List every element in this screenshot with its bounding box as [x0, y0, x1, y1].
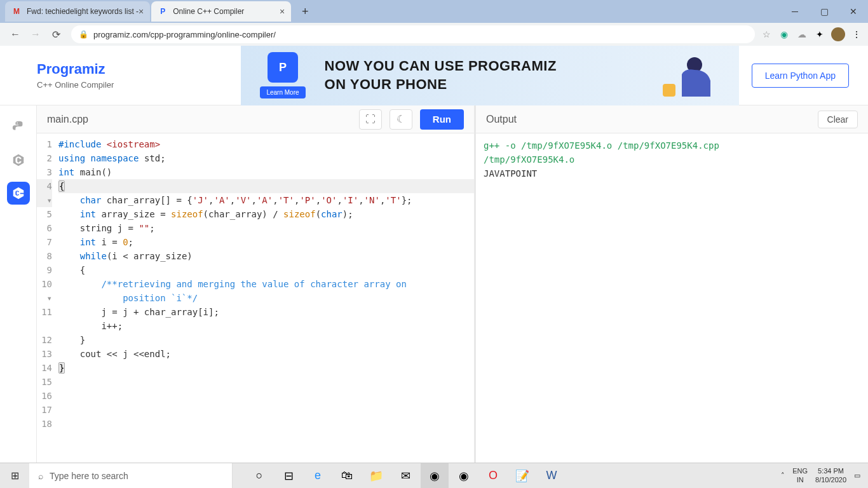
output-content: g++ -o /tmp/9fXO7E95K4.o /tmp/9fXO7E95K4…	[476, 133, 868, 465]
output-cmd-2: /tmp/9fXO7E95K4.o	[484, 152, 860, 166]
banner-headline: NOW YOU CAN USE PROGRAMIZ ON YOUR PHONE	[325, 57, 557, 93]
dark-mode-button[interactable]: ☾	[390, 109, 412, 130]
code-editor[interactable]: 1234 ▾5678910 ▾11 12131415161718 #includ…	[37, 133, 474, 465]
svg-rect-1	[663, 84, 675, 97]
reload-button[interactable]: ⟳	[46, 24, 66, 44]
close-window-button[interactable]: ✕	[839, 1, 868, 22]
lock-icon: 🔒	[79, 30, 88, 39]
back-button[interactable]: ←	[5, 24, 25, 44]
editor-panel: main.cpp ⛶ ☾ Run 1234 ▾5678910 ▾11 12131…	[37, 105, 474, 465]
language-indicator[interactable]: ENG IN	[792, 467, 808, 484]
menu-button[interactable]: ⋮	[850, 28, 863, 41]
site-header: Programiz C++ Online Compiler P Learn Mo…	[0, 46, 868, 105]
action-center-icon[interactable]: ▭	[854, 471, 860, 480]
ie-icon[interactable]: e	[304, 463, 332, 489]
sidebar-c[interactable]	[7, 149, 30, 172]
sidebar-cpp[interactable]	[7, 182, 30, 205]
search-placeholder: Type here to search	[50, 471, 128, 481]
tray-chevron-icon[interactable]: ˄	[781, 471, 785, 480]
logo-subtitle: C++ Online Compiler	[37, 80, 114, 90]
tab-title: Online C++ Compiler	[173, 7, 244, 16]
taskbar-search[interactable]: ⌕ Type here to search	[29, 463, 233, 489]
search-icon: ⌕	[38, 471, 43, 481]
gmail-icon: M	[11, 6, 22, 17]
start-button[interactable]: ⊞	[0, 463, 29, 489]
output-panel: Output Clear g++ -o /tmp/9fXO7E95K4.o /t…	[474, 105, 868, 465]
banner-illustration	[650, 52, 726, 103]
chrome-icon[interactable]: ◉	[421, 463, 449, 489]
forward-button[interactable]: →	[25, 24, 46, 44]
browser-tab-strip: M Fwd: techiedelight keywords list - × P…	[0, 0, 868, 23]
output-header: Output Clear	[476, 105, 868, 133]
address-bar[interactable]: 🔒 programiz.com/cpp-programming/online-c…	[71, 25, 755, 43]
minimize-button[interactable]: ─	[780, 1, 810, 22]
clock[interactable]: 5:34 PM 8/10/2020	[815, 467, 846, 484]
store-icon[interactable]: 🛍	[333, 463, 361, 489]
star-icon[interactable]: ☆	[760, 28, 773, 41]
output-result: JAVATPOINT	[484, 166, 860, 180]
learn-python-button[interactable]: Learn Python App	[752, 64, 849, 88]
explorer-icon[interactable]: 📁	[362, 463, 390, 489]
clear-button[interactable]: Clear	[818, 111, 858, 128]
programiz-icon: P	[158, 6, 168, 17]
windows-taskbar: ⊞ ⌕ Type here to search ○ ⊟ e 🛍 📁 ✉ ◉ ◉ …	[0, 463, 868, 488]
output-title: Output	[486, 114, 517, 125]
maximize-button[interactable]: ▢	[810, 1, 839, 22]
opera-icon[interactable]: O	[479, 463, 507, 489]
line-gutter: 1234 ▾5678910 ▾11 12131415161718	[37, 137, 58, 465]
sidebar-python[interactable]	[7, 116, 30, 139]
code-lines[interactable]: #include <iostream>using namespace std;i…	[58, 137, 474, 465]
extensions-button[interactable]: ✦	[813, 28, 826, 41]
system-tray: ˄ ENG IN 5:34 PM 8/10/2020 ▭	[781, 467, 868, 484]
run-button[interactable]: Run	[420, 109, 464, 130]
task-view-icon[interactable]: ⊟	[275, 463, 302, 489]
logo-block[interactable]: Programiz C++ Online Compiler	[37, 61, 114, 90]
new-tab-button[interactable]: +	[296, 3, 314, 20]
profile-avatar[interactable]	[831, 27, 845, 41]
fullscreen-button[interactable]: ⛶	[359, 109, 382, 130]
editor-header: main.cpp ⛶ ☾ Run	[37, 105, 474, 133]
browser-tab-compiler[interactable]: P Online C++ Compiler ×	[151, 1, 291, 22]
close-icon[interactable]: ×	[139, 6, 144, 17]
learn-more-pill[interactable]: Learn More	[260, 86, 305, 98]
language-sidebar	[0, 105, 37, 465]
logo-text: Programiz	[37, 61, 114, 78]
main-layout: main.cpp ⛶ ☾ Run 1234 ▾5678910 ▾11 12131…	[0, 105, 868, 465]
extension-icon[interactable]: ☁	[796, 28, 808, 41]
output-cmd-1: g++ -o /tmp/9fXO7E95K4.o /tmp/9fXO7E95K4…	[484, 139, 860, 152]
filename-label: main.cpp	[47, 114, 88, 125]
chromium-icon[interactable]: ◉	[450, 463, 478, 489]
mail-icon[interactable]: ✉	[391, 463, 419, 489]
tab-title: Fwd: techiedelight keywords list -	[27, 7, 139, 16]
browser-toolbar: ← → ⟳ 🔒 programiz.com/cpp-programming/on…	[0, 23, 868, 46]
learn-python-badge: P	[268, 52, 298, 83]
browser-tab-gmail[interactable]: M Fwd: techiedelight keywords list - ×	[5, 1, 150, 22]
promo-banner: P Learn More NOW YOU CAN USE PROGRAMIZ O…	[241, 46, 738, 105]
word-icon[interactable]: W	[538, 463, 566, 489]
close-icon[interactable]: ×	[280, 6, 285, 17]
cortana-icon[interactable]: ○	[245, 463, 273, 489]
notepad-icon[interactable]: 📝	[508, 463, 536, 489]
url-text: programiz.com/cpp-programming/online-com…	[93, 30, 276, 39]
grammarly-icon[interactable]: ◉	[778, 28, 790, 41]
